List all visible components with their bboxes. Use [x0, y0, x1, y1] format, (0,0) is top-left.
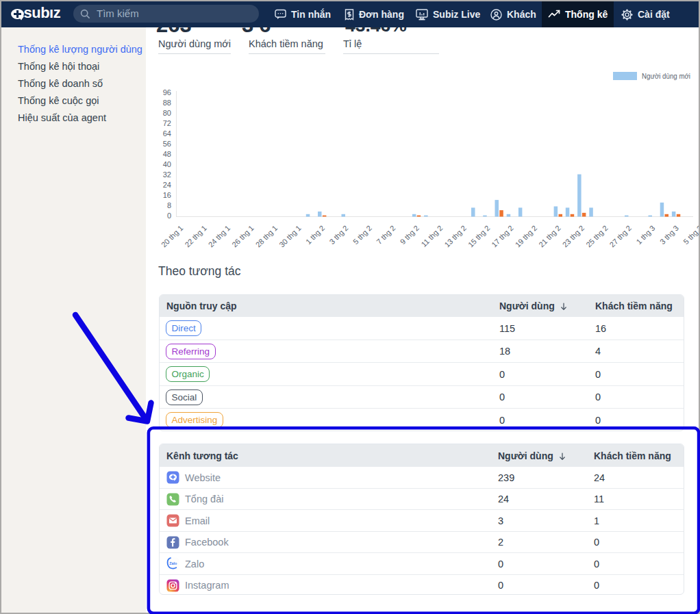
svg-text:9 thg 2: 9 thg 2	[399, 224, 421, 246]
svg-text:11 thg 2: 11 thg 2	[419, 224, 444, 248]
svg-text:7 thg 2: 7 thg 2	[375, 224, 397, 246]
svg-text:56: 56	[163, 140, 171, 148]
svg-text:28 thg 1: 28 thg 1	[254, 224, 279, 249]
svg-text:17 thg 2: 17 thg 2	[490, 224, 515, 249]
svg-text:16: 16	[163, 191, 171, 199]
svg-text:48: 48	[163, 150, 171, 158]
svg-text:5 thg 2: 5 thg 2	[351, 224, 373, 246]
svg-text:24: 24	[163, 181, 171, 189]
svg-text:22 thg 1: 22 thg 1	[183, 224, 208, 249]
svg-text:23 thg 2: 23 thg 2	[561, 224, 586, 249]
svg-text:3 thg 3: 3 thg 3	[658, 224, 680, 246]
svg-text:64: 64	[163, 129, 171, 138]
svg-text:Người dùng mới: Người dùng mới	[642, 72, 690, 80]
svg-text:96: 96	[163, 88, 171, 97]
svg-text:1 thg 2: 1 thg 2	[304, 224, 326, 246]
svg-text:13 thg 2: 13 thg 2	[442, 224, 468, 249]
svg-text:88: 88	[163, 99, 171, 107]
svg-text:24 thg 1: 24 thg 1	[207, 224, 232, 249]
svg-text:8: 8	[167, 201, 171, 209]
svg-text:30 thg 1: 30 thg 1	[277, 224, 303, 249]
svg-text:5 thg 3: 5 thg 3	[682, 224, 699, 246]
svg-text:26 thg 1: 26 thg 1	[230, 224, 255, 249]
svg-text:25 thg 2: 25 thg 2	[584, 224, 610, 249]
svg-text:40: 40	[163, 160, 171, 168]
svg-text:19 thg 2: 19 thg 2	[514, 224, 539, 249]
svg-text:72: 72	[163, 119, 171, 127]
svg-text:27 thg 2: 27 thg 2	[608, 224, 634, 249]
svg-text:80: 80	[163, 109, 171, 117]
svg-text:21 thg 2: 21 thg 2	[537, 224, 562, 249]
svg-text:Zalo: Zalo	[169, 561, 177, 565]
svg-text:32: 32	[163, 170, 171, 179]
svg-text:20 thg 1: 20 thg 1	[160, 224, 185, 249]
svg-text:15 thg 2: 15 thg 2	[466, 224, 492, 249]
svg-text:3 thg 2: 3 thg 2	[327, 224, 349, 246]
svg-text:0: 0	[167, 212, 171, 220]
svg-text:1 thg 3: 1 thg 3	[634, 224, 656, 246]
